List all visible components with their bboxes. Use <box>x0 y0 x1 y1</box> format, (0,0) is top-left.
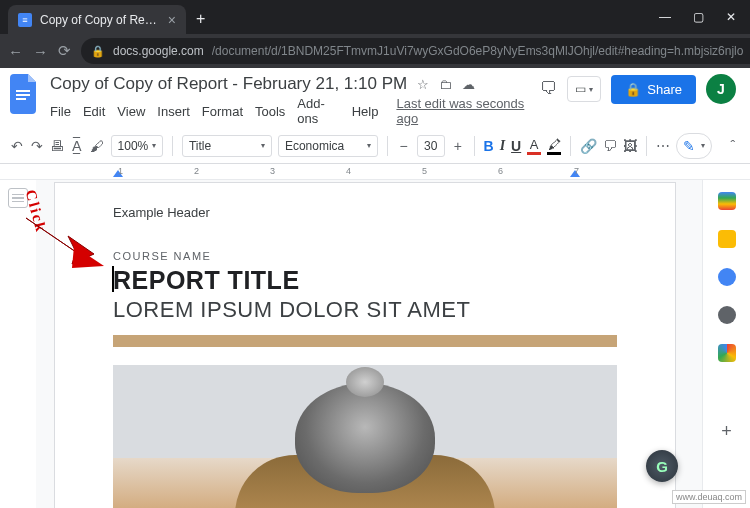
present-button[interactable]: ▭▾ <box>567 76 601 102</box>
print-icon[interactable]: 🖶 <box>50 138 64 154</box>
ruler-tick: 7 <box>574 166 579 176</box>
reload-icon[interactable]: ⟳ <box>58 42 71 60</box>
move-icon[interactable]: 🗀 <box>439 77 452 92</box>
comment-history-icon[interactable]: 🗨 <box>540 79 557 99</box>
lock-icon: 🔒 <box>91 45 105 58</box>
decrease-font-icon[interactable]: − <box>397 138 411 154</box>
insert-image-icon[interactable]: 🖼 <box>623 138 637 154</box>
browser-tab-strip: ≡ Copy of Copy of Report - Febru × + — ▢… <box>0 0 750 34</box>
keep-addon-icon[interactable] <box>718 230 736 248</box>
google-docs-logo[interactable] <box>10 74 40 114</box>
course-name-text[interactable]: COURSE NAME <box>113 250 617 262</box>
svg-rect-2 <box>16 98 26 100</box>
calendar-addon-icon[interactable] <box>718 192 736 210</box>
menu-tools[interactable]: Tools <box>255 104 285 119</box>
forward-icon[interactable]: → <box>33 43 48 60</box>
add-comment-icon[interactable]: 🗩 <box>603 138 617 154</box>
svg-rect-1 <box>16 94 30 96</box>
ruler-tick: 6 <box>498 166 503 176</box>
page-header-text[interactable]: Example Header <box>113 205 617 220</box>
tasks-addon-icon[interactable] <box>718 268 736 286</box>
menu-addons[interactable]: Add-ons <box>297 96 339 126</box>
share-label: Share <box>647 82 682 97</box>
ruler-tick: 2 <box>194 166 199 176</box>
grammarly-floating-icon[interactable]: G <box>646 450 678 482</box>
show-outline-icon[interactable] <box>8 188 28 208</box>
docs-header: Copy of Copy of Report - February 21, 1:… <box>0 68 750 128</box>
new-tab-button[interactable]: + <box>186 4 215 34</box>
google-account-avatar[interactable]: J <box>706 74 736 104</box>
pencil-icon: ✎ <box>683 138 695 154</box>
maximize-icon[interactable]: ▢ <box>693 10 704 24</box>
report-title-text[interactable]: REPORT TITLE <box>113 266 617 295</box>
window-controls: — ▢ ✕ <box>659 10 750 34</box>
document-title[interactable]: Copy of Copy of Report - February 21, 1:… <box>50 74 407 94</box>
editing-mode-button[interactable]: ✎▾ <box>676 133 712 159</box>
menu-file[interactable]: File <box>50 104 71 119</box>
present-icon: ▭ <box>575 82 586 96</box>
get-addons-icon[interactable]: + <box>718 422 736 440</box>
undo-icon[interactable]: ↶ <box>10 138 24 154</box>
lock-icon: 🔒 <box>625 82 641 97</box>
text-color-button[interactable]: A <box>527 137 541 155</box>
share-button[interactable]: 🔒 Share <box>611 75 696 104</box>
horizontal-ruler[interactable]: 1234567 <box>0 164 750 180</box>
browser-toolbar: ← → ⟳ 🔒 docs.google.com /document/d/1BND… <box>0 34 750 68</box>
formatting-toolbar: ↶ ↷ 🖶 A̲̅ 🖌 100%▾ Title▾ Economica▾ − 30… <box>0 128 750 164</box>
menu-help[interactable]: Help <box>352 104 379 119</box>
accent-bar <box>113 335 617 347</box>
paint-format-icon[interactable]: 🖌 <box>90 138 104 154</box>
font-select[interactable]: Economica▾ <box>278 135 378 157</box>
document-image[interactable] <box>113 365 617 508</box>
redo-icon[interactable]: ↷ <box>30 138 44 154</box>
ruler-tick: 5 <box>422 166 427 176</box>
styles-select[interactable]: Title▾ <box>182 135 272 157</box>
underline-button[interactable]: U <box>511 138 521 154</box>
back-icon[interactable]: ← <box>8 43 23 60</box>
text-cursor <box>112 266 114 292</box>
url-host: docs.google.com <box>113 44 204 58</box>
menu-view[interactable]: View <box>117 104 145 119</box>
document-canvas[interactable]: Example Header COURSE NAME REPORT TITLE … <box>36 180 702 508</box>
increase-font-icon[interactable]: + <box>451 138 465 154</box>
menu-bar: File Edit View Insert Format Tools Add-o… <box>50 96 530 126</box>
ruler-tick: 4 <box>346 166 351 176</box>
cloud-saved-icon: ☁ <box>462 77 475 92</box>
close-window-icon[interactable]: ✕ <box>726 10 736 24</box>
italic-button[interactable]: I <box>500 138 505 154</box>
ruler-tick: 1 <box>118 166 123 176</box>
bold-button[interactable]: B <box>484 138 494 154</box>
ruler-tick: 3 <box>270 166 275 176</box>
side-panel: + <box>702 180 750 508</box>
more-tools-icon[interactable]: ⋯ <box>656 138 670 154</box>
highlight-color-button[interactable]: 🖍 <box>547 137 561 155</box>
watermark: www.deuaq.com <box>672 490 746 504</box>
last-edit-text[interactable]: Last edit was seconds ago <box>396 96 530 126</box>
font-size-input[interactable]: 30 <box>417 135 445 157</box>
hide-menus-icon[interactable]: ˆ <box>726 138 740 154</box>
close-tab-icon[interactable]: × <box>168 12 176 28</box>
menu-format[interactable]: Format <box>202 104 243 119</box>
subtitle-text[interactable]: LOREM IPSUM DOLOR SIT AMET <box>113 297 617 323</box>
url-path: /document/d/1BNDM25FTmvmJ1uVi7wyGxGdO6eP… <box>212 44 744 58</box>
address-bar[interactable]: 🔒 docs.google.com /document/d/1BNDM25FTm… <box>81 38 750 64</box>
insert-link-icon[interactable]: 🔗 <box>580 138 597 154</box>
menu-edit[interactable]: Edit <box>83 104 105 119</box>
zoom-select[interactable]: 100%▾ <box>111 135 164 157</box>
maps-addon-icon[interactable] <box>718 344 736 362</box>
star-icon[interactable]: ☆ <box>417 77 429 92</box>
tab-title: Copy of Copy of Report - Febru <box>40 13 160 27</box>
browser-tab-active[interactable]: ≡ Copy of Copy of Report - Febru × <box>8 5 186 34</box>
page[interactable]: Example Header COURSE NAME REPORT TITLE … <box>54 182 676 508</box>
docs-favicon: ≡ <box>18 13 32 27</box>
spellcheck-icon[interactable]: A̲̅ <box>70 138 84 154</box>
contacts-addon-icon[interactable] <box>718 306 736 324</box>
menu-insert[interactable]: Insert <box>157 104 190 119</box>
svg-rect-0 <box>16 90 30 92</box>
minimize-icon[interactable]: — <box>659 10 671 24</box>
